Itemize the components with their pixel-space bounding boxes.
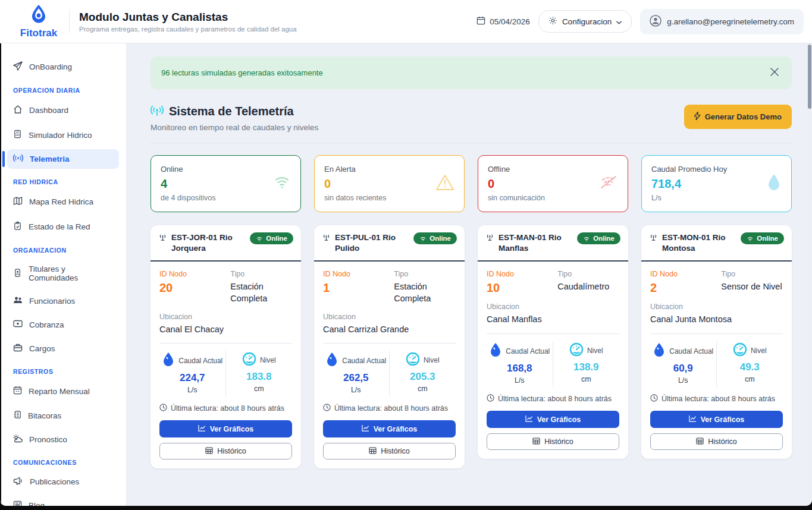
- ubicacion-value: Canal Junta Montosa: [650, 314, 783, 326]
- sidebar-item-publicaciones[interactable]: Publicaciones: [7, 472, 119, 492]
- ubicacion-label: Ubicacion: [323, 313, 456, 321]
- ubicacion-label: Ubicacion: [487, 303, 619, 311]
- scrollbar-thumb[interactable]: [808, 45, 811, 109]
- tipo-value: Caudalímetro: [557, 281, 619, 293]
- tipo-label: Tipo: [721, 270, 783, 278]
- clock-icon: [487, 394, 494, 404]
- droplet-icon: [766, 173, 782, 194]
- station-card-est-man-01: EST-MAN-01 Rio Manflas Online ID Nodo 10: [478, 225, 628, 459]
- caudal-label: Caudal Actual: [506, 347, 550, 355]
- clock-icon: [323, 404, 331, 413]
- station-name: EST-JOR-01 Rio Jorquera: [171, 232, 245, 254]
- sidebar-item-label: Cobranza: [29, 320, 64, 329]
- sidebar-item-onboarding[interactable]: OnBoarding: [7, 56, 119, 77]
- telemetry-header: Sistema de Telemetría Monitoreo en tiemp…: [151, 105, 792, 143]
- caudal-metric: Caudal Actual 168,8 L/s: [487, 341, 553, 387]
- historico-button[interactable]: Histórico: [487, 433, 619, 450]
- gauge-icon: [406, 352, 420, 368]
- user-account-pill[interactable]: g.arellano@peregrinetelemetry.com: [640, 9, 804, 34]
- nivel-value: 205.3: [410, 371, 435, 383]
- sidebar-item-label: Funcionarios: [29, 297, 75, 306]
- gauge-icon: [733, 342, 747, 358]
- status-badge: Online: [413, 232, 457, 244]
- caudal-metric: Caudal Actual 224,7 L/s: [159, 351, 226, 396]
- sidebar-item-mapa-red-hidrica[interactable]: Mapa Red Hidrica: [7, 191, 119, 212]
- sidebar-item-titulares-y-comunidades[interactable]: Titulares y Comunidades: [7, 260, 119, 287]
- sidebar-item-dashboard[interactable]: Dashboard: [7, 100, 119, 121]
- caudal-value: 262,5: [343, 372, 369, 384]
- ver-graficos-button[interactable]: Ver Gráficos: [323, 420, 456, 437]
- status-badge: Online: [577, 232, 620, 244]
- map-icon: [13, 196, 23, 207]
- gear-icon: [548, 16, 557, 27]
- header-date: 05/04/2026: [476, 16, 530, 27]
- wifi-icon: [419, 236, 427, 241]
- summary-card-offline: Offline 0 sin comunicación: [478, 155, 628, 212]
- caudal-value: 168,8: [507, 363, 532, 374]
- gauge-icon: [569, 342, 584, 358]
- main-content: 96 lecturas simuladas generadas exitosam…: [127, 43, 807, 506]
- sidebar-item-blog[interactable]: Blog: [7, 496, 119, 506]
- station-name: EST-PUL-01 Rio Pulido: [335, 232, 409, 254]
- configuration-button[interactable]: Configuracion: [538, 10, 632, 33]
- historico-label: Histórico: [708, 437, 737, 446]
- date-value: 05/04/2026: [490, 17, 530, 26]
- wifi-icon: [256, 236, 263, 241]
- sidebar: OnBoarding OPERACION DIARIA Dashboard Si…: [0, 43, 127, 506]
- cash-icon: [13, 320, 23, 329]
- sidebar-item-label: OnBoarding: [29, 62, 72, 71]
- sidebar-item-telemetria[interactable]: Telemetria: [7, 149, 119, 169]
- app-window: Fitotrak Modulo Juntas y Canalistas Prog…: [0, 0, 812, 506]
- station-title: EST-PUL-01 Rio Pulido: [322, 232, 409, 254]
- sidebar-item-estado-de-la-red[interactable]: Estado de la Red: [7, 216, 119, 237]
- caudal-metric: Caudal Actual 60,9 L/s: [650, 341, 717, 387]
- ver-graficos-button[interactable]: Ver Gráficos: [487, 411, 619, 428]
- ubicacion-value: Canal El Chacay: [159, 324, 292, 336]
- user-email: g.arellano@peregrinetelemetry.com: [667, 17, 794, 26]
- ver-graficos-button[interactable]: Ver Gráficos: [650, 411, 783, 428]
- status-text: Online: [429, 235, 451, 242]
- historico-button[interactable]: Histórico: [323, 443, 456, 459]
- telemetry-title: Sistema de Telemetría: [169, 105, 294, 118]
- sidebar-item-bitacoras[interactable]: Bitacoras: [7, 405, 119, 426]
- calendar-icon: [476, 16, 485, 27]
- table-icon: [696, 437, 704, 446]
- caudal-unit: L/s: [515, 376, 525, 385]
- id-nodo-block: ID Nodo 20: [159, 270, 230, 304]
- clock-icon: [159, 404, 167, 413]
- station-header: EST-MON-01 Rio Montosa Online: [641, 225, 792, 262]
- tipo-label: Tipo: [230, 270, 292, 278]
- nivel-metric: Nivel 49.3 cm: [717, 341, 783, 387]
- sidebar-item-simulador-hidrico[interactable]: Simulador Hidrico: [7, 125, 119, 145]
- status-text: Online: [266, 235, 287, 242]
- sidebar-item-label: Simulador Hidrico: [29, 131, 92, 140]
- historico-button[interactable]: Histórico: [650, 433, 783, 450]
- caudal-label: Caudal Actual: [178, 357, 222, 365]
- megaphone-icon: [13, 477, 23, 487]
- summary-label: Offline: [488, 165, 618, 174]
- rocket-icon: [13, 61, 23, 73]
- ubicacion-label: Ubicacion: [650, 303, 783, 311]
- wifi-off-icon: [599, 175, 618, 193]
- station-antenna-icon: [322, 232, 331, 254]
- water-drop-icon: [162, 352, 175, 369]
- wifi-icon: [273, 175, 291, 192]
- historico-button[interactable]: Histórico: [159, 443, 292, 459]
- summary-sub: L/s: [651, 194, 782, 202]
- sidebar-item-pronostico[interactable]: Pronostico: [7, 430, 119, 449]
- sidebar-item-cargos[interactable]: Cargos: [7, 338, 119, 358]
- home-icon: [13, 105, 23, 116]
- station-name: EST-MON-01 Rio Montosa: [662, 232, 736, 254]
- id-nodo-label: ID Nodo: [159, 270, 230, 278]
- nivel-value: 183.8: [246, 371, 272, 383]
- sidebar-item-label: Dashboard: [29, 106, 68, 115]
- banner-close-button[interactable]: [768, 65, 781, 80]
- ver-graficos-button[interactable]: Ver Gráficos: [159, 420, 292, 437]
- sidebar-item-cobranza[interactable]: Cobranza: [7, 315, 119, 334]
- sidebar-item-reparto-mensual[interactable]: Reparto Mensual: [7, 381, 119, 401]
- generar-datos-demo-button[interactable]: Generar Datos Demo: [684, 105, 792, 129]
- sidebar-item-funcionarios[interactable]: Funcionarios: [7, 291, 119, 311]
- nivel-unit: cm: [418, 385, 428, 393]
- vertical-scrollbar[interactable]: [807, 43, 812, 506]
- sidebar-item-label: Cargos: [29, 344, 55, 353]
